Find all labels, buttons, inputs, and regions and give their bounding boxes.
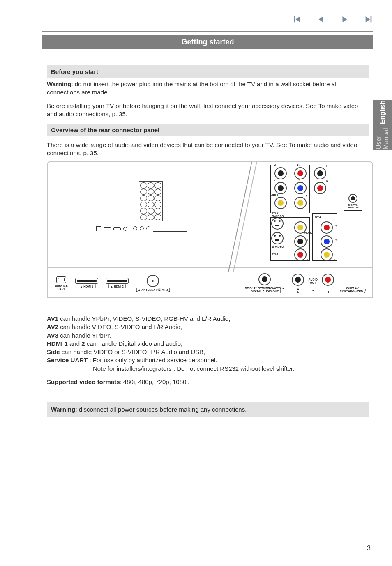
digital-audio-in-box: DIGITAL AUDIO IN — [344, 192, 362, 211]
av1-box — [270, 165, 310, 213]
right-jack-panel: H Pr L V Pb R VIDEO Y DIGITAL AUDIO IN A… — [265, 167, 360, 262]
service-uart-icon — [56, 276, 66, 283]
low-ports-mid — [133, 226, 187, 232]
language-tab: User Manual English — [373, 100, 392, 150]
prev-icon[interactable] — [316, 15, 325, 24]
page-title: Getting started — [42, 35, 373, 49]
antenna-port-icon — [147, 275, 159, 287]
hdmi1-port-icon — [75, 278, 98, 284]
supported-formats: Supported video formats: 480i, 480p, 720… — [47, 378, 369, 386]
skip-fwd-icon[interactable] — [364, 15, 373, 24]
before-you-start-heading: Before you start — [47, 65, 369, 78]
digital-audio-out-icon — [258, 273, 271, 285]
audio-out-r-icon — [322, 274, 334, 286]
before-install-text: Before installing your TV or before hang… — [47, 102, 369, 119]
overview-heading: Overview of the rear connector panel — [47, 124, 369, 136]
rear-connector-diagram: H Pr L V Pb R VIDEO Y DIGITAL AUDIO IN A… — [47, 161, 373, 298]
top-nav — [293, 15, 373, 24]
page-number: 3 — [367, 545, 371, 552]
play-icon[interactable] — [340, 15, 349, 24]
audio-out-l-icon — [292, 274, 304, 286]
low-ports-left — [96, 226, 127, 231]
hdmi2-port-icon — [106, 278, 129, 284]
divider — [42, 31, 373, 32]
side-jack-grid — [139, 181, 163, 221]
wide-range-text: There is a wide range of audio and video… — [47, 141, 373, 158]
warning-2: Warning: disconnect all power sources be… — [47, 402, 369, 417]
skip-back-icon[interactable] — [293, 15, 302, 24]
connector-capabilities: AV1 can handle YPbPr, VIDEO, S-VIDEO, RG… — [47, 315, 369, 373]
warning-1: Warning: do not insert the power plug in… — [47, 80, 369, 97]
bottom-connector-row: SERVICE UART ⎣ ▲ HDMI 1 ⎦ ⎣ ▲ HDMI 2 ⎦ ⎣… — [48, 267, 372, 298]
